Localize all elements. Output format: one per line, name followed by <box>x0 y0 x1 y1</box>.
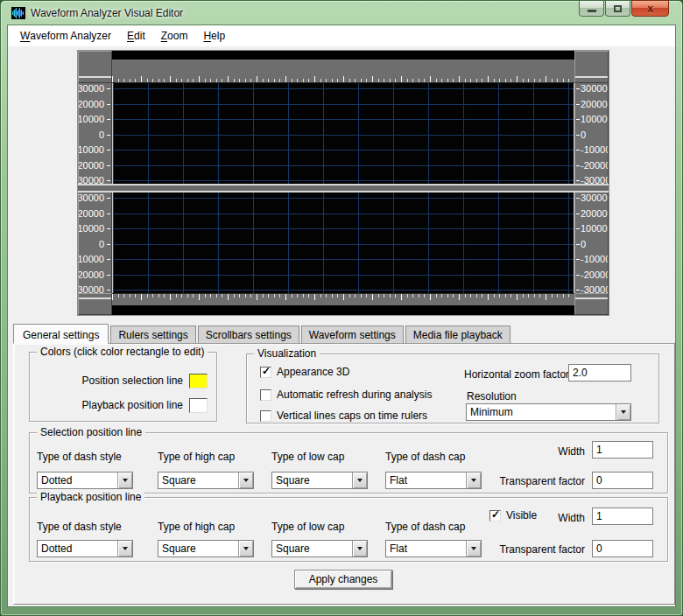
horizontal-zoom-input[interactable] <box>568 364 631 382</box>
high-cap-dropdown[interactable]: Square <box>158 472 254 489</box>
playback-transparent-input[interactable] <box>592 540 653 557</box>
ruler-label: 20000 <box>581 99 608 109</box>
appearance-3d-row: Appearance 3D <box>260 366 349 378</box>
ruler-label: 30000 <box>78 192 104 203</box>
tab-media-file-playback[interactable]: Media file playback <box>405 326 510 343</box>
dash-cap-label: Type of dash cap <box>385 521 465 533</box>
minimize-button[interactable] <box>579 0 604 17</box>
close-icon: x <box>647 4 653 14</box>
appearance-3d-checkbox[interactable] <box>260 367 271 378</box>
auto-refresh-checkbox[interactable] <box>260 389 271 401</box>
playback-position-color-row: Playback position line <box>82 397 208 413</box>
maximize-icon <box>614 5 622 12</box>
selection-width-input[interactable] <box>592 441 653 458</box>
chevron-down-icon <box>471 479 476 482</box>
position-selection-color-swatch[interactable] <box>189 374 208 388</box>
high-cap-value: Square <box>158 541 238 556</box>
menu-item-help[interactable]: Help <box>195 25 233 46</box>
ruler-tick <box>107 290 110 290</box>
waveform-plot[interactable] <box>112 83 574 184</box>
visible-checkbox[interactable] <box>489 510 501 522</box>
dropdown-button[interactable] <box>238 472 253 488</box>
vertical-caps-checkbox[interactable] <box>260 410 271 422</box>
close-button[interactable]: x <box>631 0 669 17</box>
ruler-label: 0 <box>581 239 586 249</box>
ruler-tick <box>576 228 580 229</box>
ruler-tick <box>107 180 110 181</box>
ruler-label: -10000 <box>78 254 104 264</box>
tab-waveform-settings[interactable]: Waveform settings <box>301 326 404 343</box>
waveform-channel-2: 3000020000100000-10000-20000-30000 30000… <box>78 192 609 293</box>
playback-position-color-swatch[interactable] <box>189 398 208 413</box>
selection-position-line-group: Selection position line Type of dash sty… <box>29 432 668 494</box>
chevron-down-icon <box>471 547 476 550</box>
waveform-plot[interactable] <box>112 192 574 293</box>
menu-item-waveform-analyzer[interactable]: Waveform Analyzer <box>12 25 119 46</box>
tab-scrollbars-settings[interactable]: Scrollbars settings <box>198 326 299 343</box>
dash-style-label: Type of dash style <box>37 451 122 463</box>
low-cap-dropdown[interactable]: Square <box>271 540 368 557</box>
tab-general-settings[interactable]: General settings <box>13 324 109 344</box>
ruler-label: 10000 <box>581 114 608 124</box>
playback-width-input[interactable] <box>592 508 653 525</box>
dropdown-button[interactable] <box>238 541 253 556</box>
transparent-factor-label: Transparent factor <box>489 475 585 487</box>
dash-style-dropdown[interactable]: Dotted <box>37 472 133 489</box>
waveform-top-ruler-row <box>78 51 609 83</box>
amplitude-gridline <box>113 88 574 89</box>
dash-style-value: Dotted <box>38 541 117 556</box>
low-cap-label: Type of low cap <box>271 451 344 463</box>
title-bar[interactable]: Waveform Analyzer Visual Editor x <box>7 1 676 24</box>
ruler-corner-bottom-left <box>78 293 112 315</box>
waveform-channel-1: 3000020000100000-10000-20000-30000 30000… <box>78 83 609 184</box>
resolution-dropdown[interactable]: Minimum <box>466 403 631 421</box>
dropdown-button[interactable] <box>352 541 367 556</box>
selection-group-title: Selection position line <box>37 426 145 438</box>
dash-style-value: Dotted <box>38 472 117 488</box>
high-cap-dropdown[interactable]: Square <box>158 540 254 557</box>
ruler-label: 10000 <box>78 114 104 124</box>
low-cap-dropdown[interactable]: Square <box>271 472 368 489</box>
ruler-tick <box>107 104 110 105</box>
menu-item-edit[interactable]: Edit <box>119 25 153 46</box>
menu-item-zoom[interactable]: Zoom <box>153 25 196 46</box>
ruler-tick <box>576 104 580 105</box>
appearance-3d-label: Appearance 3D <box>277 366 349 378</box>
vertical-caps-label: Vertical lines caps on time rulers <box>277 410 427 422</box>
dropdown-button[interactable] <box>352 472 367 488</box>
waveform-bottom-ruler-row <box>78 293 609 315</box>
time-ruler-top[interactable] <box>112 60 574 83</box>
ruler-tick <box>576 198 580 199</box>
ruler-label: 30000 <box>581 192 608 203</box>
ruler-tick <box>576 150 580 150</box>
ruler-tick <box>107 150 110 150</box>
time-ruler-bottom[interactable] <box>112 293 574 305</box>
auto-refresh-row: Automatic refresh during analysis <box>260 388 432 401</box>
amplitude-gridline <box>113 165 574 166</box>
high-cap-label: Type of high cap <box>158 521 235 533</box>
dropdown-button[interactable] <box>616 404 630 420</box>
ruler-tick <box>107 275 110 276</box>
waveform-display: 3000020000100000-10000-20000-30000 30000… <box>78 51 609 315</box>
high-cap-value: Square <box>158 472 238 488</box>
selection-transparent-input[interactable] <box>592 472 653 489</box>
dash-cap-dropdown[interactable]: Flat <box>385 472 482 489</box>
amplitude-gridline <box>113 119 574 120</box>
dropdown-button[interactable] <box>466 472 481 488</box>
chevron-down-icon <box>357 479 363 482</box>
dropdown-button[interactable] <box>466 541 481 556</box>
tab-rulers-settings[interactable]: Rulers settings <box>110 326 195 343</box>
ruler-label: 30000 <box>78 83 104 94</box>
ruler-label: -10000 <box>78 144 104 155</box>
dropdown-button[interactable] <box>117 541 132 556</box>
ruler-corner-bottom-right <box>574 293 609 315</box>
channel-separator <box>78 184 609 192</box>
amplitude-gridline <box>113 290 574 290</box>
apply-changes-button[interactable]: Apply changes <box>294 570 392 589</box>
dash-cap-dropdown[interactable]: Flat <box>385 540 482 557</box>
maximize-button[interactable] <box>605 0 630 17</box>
position-selection-color-row: Position selection line <box>82 373 208 388</box>
dash-style-dropdown[interactable]: Dotted <box>37 540 133 557</box>
dropdown-button[interactable] <box>117 472 132 488</box>
low-cap-label: Type of low cap <box>271 521 344 533</box>
